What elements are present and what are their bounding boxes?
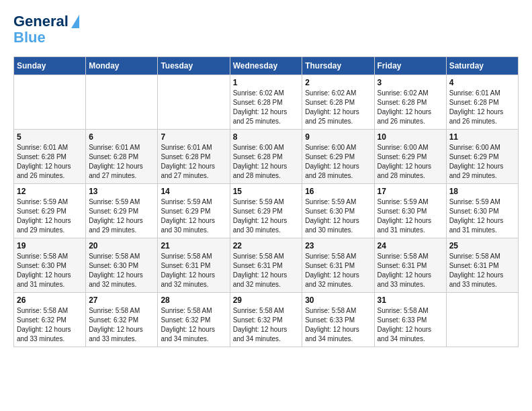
day-number: 22 — [233, 241, 300, 250]
calendar-cell — [86, 75, 158, 130]
day-number: 27 — [89, 295, 154, 305]
day-info: Sunrise: 5:58 AM Sunset: 6:31 PM Dayligh… — [305, 252, 371, 289]
calendar-week-row: 19Sunrise: 5:58 AM Sunset: 6:30 PM Dayli… — [14, 238, 519, 293]
logo: General Blue — [13, 13, 79, 46]
day-info: Sunrise: 6:00 AM Sunset: 6:29 PM Dayligh… — [378, 143, 443, 181]
calendar-cell: 14Sunrise: 5:59 AM Sunset: 6:29 PM Dayli… — [158, 184, 230, 238]
day-info: Sunrise: 5:58 AM Sunset: 6:32 PM Dayligh… — [89, 306, 154, 344]
calendar-table: SundayMondayTuesdayWednesdayThursdayFrid… — [13, 56, 519, 347]
day-info: Sunrise: 6:01 AM Sunset: 6:28 PM Dayligh… — [449, 89, 515, 126]
day-info: Sunrise: 5:58 AM Sunset: 6:33 PM Dayligh… — [305, 306, 371, 344]
calendar-week-row: 12Sunrise: 5:59 AM Sunset: 6:29 PM Dayli… — [14, 184, 519, 238]
calendar-cell — [446, 293, 518, 347]
day-number: 29 — [233, 295, 300, 305]
day-number: 11 — [449, 132, 515, 142]
day-number: 16 — [305, 187, 371, 196]
day-info: Sunrise: 6:01 AM Sunset: 6:28 PM Dayligh… — [17, 143, 83, 181]
calendar-header-monday: Monday — [86, 57, 158, 75]
day-number: 7 — [161, 132, 226, 142]
calendar-cell: 3Sunrise: 6:02 AM Sunset: 6:28 PM Daylig… — [374, 75, 446, 130]
calendar-week-row: 1Sunrise: 6:02 AM Sunset: 6:28 PM Daylig… — [14, 75, 519, 130]
page-header: General Blue — [13, 13, 519, 46]
calendar-cell: 13Sunrise: 5:59 AM Sunset: 6:29 PM Dayli… — [86, 184, 158, 238]
day-info: Sunrise: 6:01 AM Sunset: 6:28 PM Dayligh… — [161, 143, 226, 181]
day-number: 21 — [161, 241, 226, 250]
day-info: Sunrise: 5:58 AM Sunset: 6:30 PM Dayligh… — [89, 252, 154, 289]
calendar-cell: 29Sunrise: 5:58 AM Sunset: 6:32 PM Dayli… — [230, 293, 302, 347]
day-number: 14 — [161, 187, 226, 196]
day-number: 6 — [89, 132, 154, 142]
logo-line2: Blue — [13, 30, 46, 46]
calendar-cell: 12Sunrise: 5:59 AM Sunset: 6:29 PM Dayli… — [14, 184, 86, 238]
calendar-week-row: 5Sunrise: 6:01 AM Sunset: 6:28 PM Daylig… — [14, 130, 519, 184]
day-number: 19 — [17, 241, 83, 250]
day-info: Sunrise: 6:01 AM Sunset: 6:28 PM Dayligh… — [89, 143, 154, 181]
day-info: Sunrise: 5:58 AM Sunset: 6:32 PM Dayligh… — [17, 306, 83, 344]
day-info: Sunrise: 5:59 AM Sunset: 6:29 PM Dayligh… — [89, 197, 154, 235]
day-number: 25 — [449, 241, 515, 250]
day-info: Sunrise: 5:59 AM Sunset: 6:29 PM Dayligh… — [17, 197, 83, 235]
calendar-cell: 24Sunrise: 5:58 AM Sunset: 6:31 PM Dayli… — [374, 238, 446, 293]
day-info: Sunrise: 5:59 AM Sunset: 6:30 PM Dayligh… — [449, 197, 515, 235]
calendar-cell: 18Sunrise: 5:59 AM Sunset: 6:30 PM Dayli… — [446, 184, 518, 238]
day-number: 8 — [233, 132, 300, 142]
day-number: 1 — [233, 78, 300, 87]
day-number: 9 — [305, 132, 371, 142]
calendar-header-tuesday: Tuesday — [158, 57, 230, 75]
calendar-cell: 2Sunrise: 6:02 AM Sunset: 6:28 PM Daylig… — [302, 75, 374, 130]
calendar-header-friday: Friday — [374, 57, 446, 75]
calendar-week-row: 26Sunrise: 5:58 AM Sunset: 6:32 PM Dayli… — [14, 293, 519, 347]
day-number: 18 — [449, 187, 515, 196]
logo-icon — [71, 15, 79, 28]
calendar-cell: 19Sunrise: 5:58 AM Sunset: 6:30 PM Dayli… — [14, 238, 86, 293]
day-number: 5 — [17, 132, 83, 142]
calendar-cell: 15Sunrise: 5:59 AM Sunset: 6:29 PM Dayli… — [230, 184, 302, 238]
calendar-cell: 7Sunrise: 6:01 AM Sunset: 6:28 PM Daylig… — [158, 130, 230, 184]
calendar-cell: 26Sunrise: 5:58 AM Sunset: 6:32 PM Dayli… — [14, 293, 86, 347]
day-info: Sunrise: 6:02 AM Sunset: 6:28 PM Dayligh… — [233, 89, 300, 126]
day-number: 15 — [233, 187, 300, 196]
day-info: Sunrise: 6:02 AM Sunset: 6:28 PM Dayligh… — [305, 89, 371, 126]
calendar-header-sunday: Sunday — [14, 57, 86, 75]
calendar-cell: 23Sunrise: 5:58 AM Sunset: 6:31 PM Dayli… — [302, 238, 374, 293]
day-info: Sunrise: 6:02 AM Sunset: 6:28 PM Dayligh… — [378, 89, 443, 126]
calendar-cell: 11Sunrise: 6:00 AM Sunset: 6:29 PM Dayli… — [446, 130, 518, 184]
calendar-cell: 25Sunrise: 5:58 AM Sunset: 6:31 PM Dayli… — [446, 238, 518, 293]
day-number: 17 — [378, 187, 443, 196]
day-number: 2 — [305, 78, 371, 87]
calendar-cell: 22Sunrise: 5:58 AM Sunset: 6:31 PM Dayli… — [230, 238, 302, 293]
calendar-header-wednesday: Wednesday — [230, 57, 302, 75]
calendar-cell: 5Sunrise: 6:01 AM Sunset: 6:28 PM Daylig… — [14, 130, 86, 184]
calendar-cell: 31Sunrise: 5:58 AM Sunset: 6:33 PM Dayli… — [374, 293, 446, 347]
day-number: 3 — [378, 78, 443, 87]
day-number: 30 — [305, 295, 371, 305]
day-number: 26 — [17, 295, 83, 305]
calendar-cell: 28Sunrise: 5:58 AM Sunset: 6:32 PM Dayli… — [158, 293, 230, 347]
day-info: Sunrise: 6:00 AM Sunset: 6:28 PM Dayligh… — [233, 143, 300, 181]
day-info: Sunrise: 5:59 AM Sunset: 6:30 PM Dayligh… — [378, 197, 443, 235]
day-number: 10 — [378, 132, 443, 142]
day-info: Sunrise: 5:58 AM Sunset: 6:31 PM Dayligh… — [449, 252, 515, 289]
day-info: Sunrise: 5:59 AM Sunset: 6:29 PM Dayligh… — [233, 197, 300, 235]
calendar-cell: 6Sunrise: 6:01 AM Sunset: 6:28 PM Daylig… — [86, 130, 158, 184]
day-info: Sunrise: 5:59 AM Sunset: 6:29 PM Dayligh… — [161, 197, 226, 235]
calendar-cell: 16Sunrise: 5:59 AM Sunset: 6:30 PM Dayli… — [302, 184, 374, 238]
logo-line1: General — [13, 13, 69, 30]
day-number: 31 — [378, 295, 443, 305]
calendar-header-saturday: Saturday — [446, 57, 518, 75]
day-info: Sunrise: 5:59 AM Sunset: 6:30 PM Dayligh… — [305, 197, 371, 235]
day-info: Sunrise: 5:58 AM Sunset: 6:32 PM Dayligh… — [233, 306, 300, 344]
calendar-cell: 27Sunrise: 5:58 AM Sunset: 6:32 PM Dayli… — [86, 293, 158, 347]
day-number: 23 — [305, 241, 371, 250]
calendar-cell: 20Sunrise: 5:58 AM Sunset: 6:30 PM Dayli… — [86, 238, 158, 293]
day-info: Sunrise: 5:58 AM Sunset: 6:33 PM Dayligh… — [378, 306, 443, 344]
day-number: 24 — [378, 241, 443, 250]
day-number: 13 — [89, 187, 154, 196]
day-info: Sunrise: 5:58 AM Sunset: 6:31 PM Dayligh… — [161, 252, 226, 289]
calendar-cell: 10Sunrise: 6:00 AM Sunset: 6:29 PM Dayli… — [374, 130, 446, 184]
calendar-cell: 30Sunrise: 5:58 AM Sunset: 6:33 PM Dayli… — [302, 293, 374, 347]
calendar-cell: 4Sunrise: 6:01 AM Sunset: 6:28 PM Daylig… — [446, 75, 518, 130]
day-number: 20 — [89, 241, 154, 250]
calendar-cell: 9Sunrise: 6:00 AM Sunset: 6:29 PM Daylig… — [302, 130, 374, 184]
day-number: 28 — [161, 295, 226, 305]
